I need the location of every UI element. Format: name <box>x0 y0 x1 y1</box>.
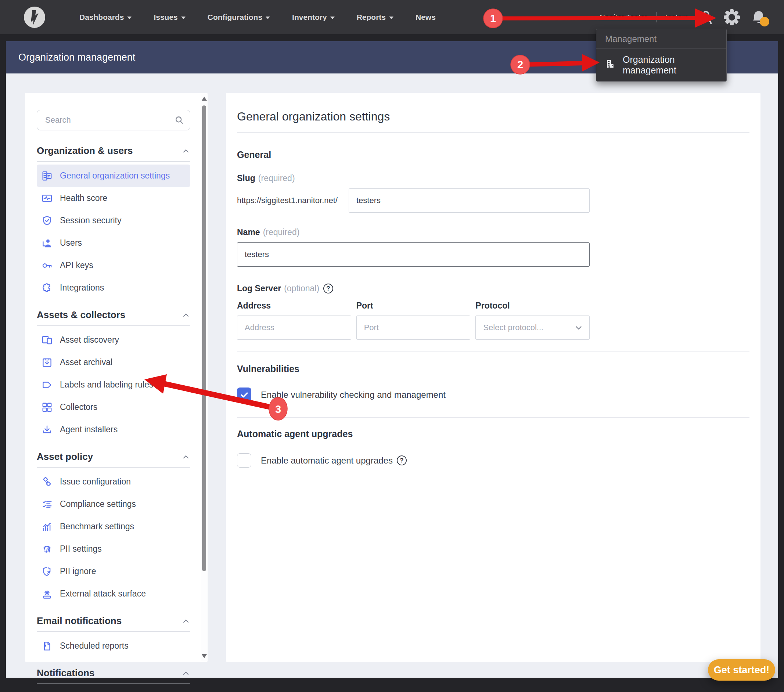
chevron-down-icon <box>389 16 394 19</box>
chevron-down-icon <box>127 16 132 19</box>
menu-news-label: News <box>415 13 436 22</box>
sidebar-item-api-keys[interactable]: API keys <box>37 254 190 276</box>
menu-issues[interactable]: Issues <box>153 13 185 22</box>
sidebar-scrollbar[interactable] <box>201 94 207 661</box>
general-heading: General <box>237 150 590 160</box>
menu-inventory-label: Inventory <box>292 13 327 22</box>
vulnerability-checkbox[interactable] <box>237 388 251 402</box>
sidebar-item-labels-and-labeling-rules[interactable]: Labels and labeling rules <box>37 373 190 396</box>
sidebar-item-issue-configuration[interactable]: Issue configuration <box>37 470 190 493</box>
sidebar-item-pii-ignore[interactable]: PII ignore <box>37 560 190 582</box>
vulnerability-checkbox-label: Enable vulnerability checking and manage… <box>261 390 446 400</box>
menu-configurations[interactable]: Configurations <box>208 13 270 22</box>
scrollbar-thumb[interactable] <box>202 105 206 571</box>
section-title: Email notifications <box>37 615 122 626</box>
sidebar-item-label: Compliance settings <box>60 499 136 509</box>
sidebar-item-pii-settings[interactable]: PII settings <box>37 538 190 560</box>
menu-item-organization-management[interactable]: Organization management <box>596 49 726 81</box>
menu-news[interactable]: News <box>415 13 436 22</box>
sidebar-item-benchmark-settings[interactable]: Benchmark settings <box>37 515 190 538</box>
nanitor-logo-icon[interactable] <box>23 6 46 28</box>
notifications-bell-icon[interactable] <box>749 8 768 26</box>
menu-reports-label: Reports <box>357 13 386 22</box>
address-input[interactable] <box>237 316 351 340</box>
sidebar-item-label: Scheduled reports <box>60 641 128 651</box>
navbar-right: Nanitor Tester testers <box>600 8 784 26</box>
sidebar-item-label: Benchmark settings <box>60 521 134 531</box>
section-notifications[interactable]: Notifications <box>37 667 190 684</box>
chevron-down-icon <box>181 16 186 19</box>
search-icon <box>174 115 184 127</box>
burst-icon <box>41 588 53 600</box>
log-server-label: Log Server(optional) <box>237 284 590 293</box>
menu-inventory[interactable]: Inventory <box>292 13 335 22</box>
slug-label: Slug(required) <box>237 173 590 183</box>
sidebar-item-integrations[interactable]: Integrations <box>37 276 190 299</box>
protocol-label: Protocol <box>475 301 590 311</box>
sidebar-item-label: Session security <box>60 215 121 225</box>
puzzle-icon <box>41 283 53 293</box>
settings-gear-icon[interactable] <box>723 8 741 26</box>
main-menu: Dashboards Issues Configurations Invento… <box>79 13 436 22</box>
notification-badge <box>760 17 769 26</box>
sidebar-item-label: PII settings <box>60 544 102 554</box>
chevron-down-icon <box>266 16 270 19</box>
chevron-up-icon <box>181 146 190 155</box>
sidebar-item-asset-discovery[interactable]: Asset discovery <box>37 329 190 351</box>
protocol-select-value: Select protocol... <box>483 323 544 332</box>
get-started-button[interactable]: Get started! <box>708 659 775 680</box>
menu-configurations-label: Configurations <box>208 13 262 22</box>
sidebar-item-users[interactable]: Users <box>37 232 190 254</box>
sidebar-search <box>37 110 190 130</box>
sidebar-item-label: Issue configuration <box>60 477 131 487</box>
slug-input[interactable] <box>349 188 590 213</box>
sidebar-item-label: Labels and labeling rules <box>60 380 153 390</box>
sidebar-item-compliance-settings[interactable]: Compliance settings <box>37 493 190 515</box>
sidebar-item-health-score[interactable]: Health score <box>37 187 190 209</box>
sidebar-item-asset-archival[interactable]: Asset archival <box>37 351 190 373</box>
section-organization-and-users[interactable]: Organization & users <box>37 145 190 162</box>
section-asset-policy[interactable]: Asset policy <box>37 451 190 468</box>
scroll-up-icon[interactable] <box>202 97 207 101</box>
sidebar-item-collectors[interactable]: Collectors <box>37 396 190 418</box>
search-input[interactable] <box>37 110 190 130</box>
help-icon[interactable] <box>397 455 407 465</box>
sidebar-item-label: Integrations <box>60 283 104 293</box>
sidebar-item-session-security[interactable]: Session security <box>37 209 190 232</box>
divider <box>237 417 749 418</box>
help-icon[interactable] <box>323 284 333 293</box>
name-input[interactable] <box>237 242 590 267</box>
panel-title: General organization settings <box>237 110 749 133</box>
protocol-select[interactable]: Select protocol... <box>475 316 590 340</box>
key-icon <box>41 260 53 271</box>
section-email-notifications[interactable]: Email notifications <box>37 615 190 632</box>
content-area: Organization & users General organizatio… <box>6 74 778 678</box>
sidebar-item-scheduled-reports[interactable]: Scheduled reports <box>37 635 190 657</box>
chevron-down-icon <box>574 323 583 332</box>
user-name[interactable]: Nanitor Tester <box>600 13 647 22</box>
sidebar-item-agent-installers[interactable]: Agent installers <box>37 418 190 441</box>
devices-icon <box>41 335 53 346</box>
sidebar-item-label: Users <box>60 238 82 248</box>
section-assets-and-collectors[interactable]: Assets & collectors <box>37 309 190 326</box>
menu-reports[interactable]: Reports <box>357 13 394 22</box>
chevron-up-icon <box>181 452 190 461</box>
agent-upgrades-heading: Automatic agent upgrades <box>237 429 749 439</box>
current-org-name[interactable]: testers <box>665 13 688 22</box>
menu-issues-label: Issues <box>153 13 178 22</box>
menu-dashboards[interactable]: Dashboards <box>79 13 132 22</box>
profile-icon[interactable] <box>697 9 714 26</box>
scroll-down-icon[interactable] <box>202 654 207 658</box>
diamonds-icon <box>41 477 53 487</box>
port-input[interactable] <box>356 316 471 340</box>
general-organization-settings-panel: General organization settings General Sl… <box>226 93 761 662</box>
sidebar-item-label: Health score <box>60 193 107 203</box>
sidebar-item-external-attack-surface[interactable]: External attack surface <box>37 582 190 605</box>
agent-upgrades-checkbox[interactable] <box>237 453 251 468</box>
divider <box>656 12 657 22</box>
agent-upgrades-checkbox-label: Enable automatic agent upgrades <box>261 455 407 466</box>
section-title: Asset policy <box>37 451 93 462</box>
sidebar-item-general-organization-settings[interactable]: General organization settings <box>37 164 190 187</box>
name-label: Name(required) <box>237 227 590 237</box>
settings-dropdown-menu: Management Organization management <box>596 29 727 82</box>
